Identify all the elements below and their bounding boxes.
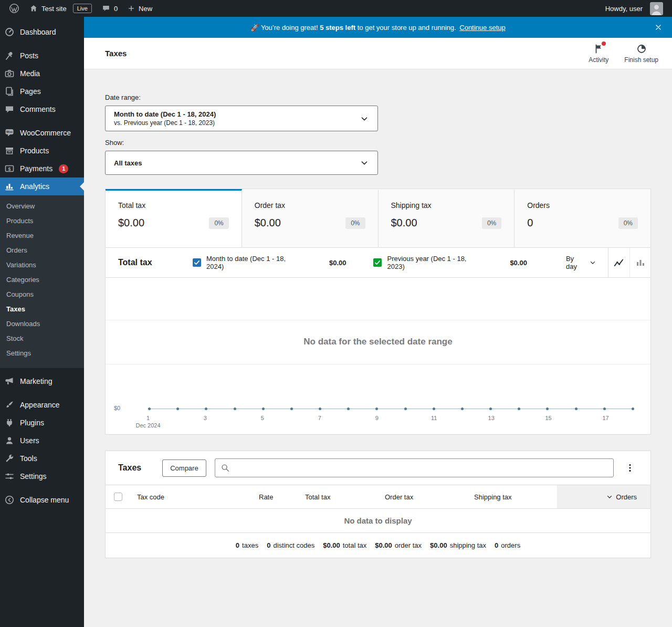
submenu-item-orders[interactable]: Orders [0,243,84,258]
data-point [433,407,435,410]
chart-empty-message: No data for the selected date range [106,337,650,347]
finish-setup-button[interactable]: Finish setup [624,44,658,64]
search-input[interactable] [234,464,608,472]
setup-banner: 🚀 You’re doing great! 5 steps left to ge… [84,17,672,38]
pushpin-icon [4,50,15,61]
card-label: Order tax [255,201,365,210]
submenu-item-overview[interactable]: Overview [0,199,84,214]
summary-card-total-tax[interactable]: Total tax $0.00 0% [106,189,242,247]
sidebar-item-dashboard[interactable]: Dashboard [0,23,84,41]
sidebar-item-label: Appearance [20,400,60,410]
setup-banner-text: 🚀 You’re doing great! 5 steps left to ge… [250,24,505,32]
submenu-item-revenue[interactable]: Revenue [0,228,84,243]
submenu-item-categories[interactable]: Categories [0,273,84,287]
column-header-rate[interactable]: Rate [253,485,299,508]
x-tick: 13 [488,414,495,422]
continue-setup-link[interactable]: Continue setup [459,24,505,32]
new-label: New [139,5,152,13]
date-range-select[interactable]: Month to date (Dec 1 - 18, 2024) vs. Pre… [105,106,378,131]
sidebar-item-posts[interactable]: Posts [0,47,84,65]
sidebar-item-collapse-menu[interactable]: Collapse menu [0,491,84,509]
chart-header: Total tax Month to date (Dec 1 - 18, 202… [106,248,650,278]
wordpress-logo-menu[interactable] [4,0,24,17]
sidebar-item-marketing[interactable]: Marketing [0,372,84,390]
select-all-checkbox[interactable] [106,485,131,508]
legend-value: $0.00 [510,259,527,267]
progress-clock-icon [636,44,647,54]
card-value: $0.00 [118,217,144,229]
x-tick: 17 [602,414,608,422]
gridline [106,364,650,364]
legend-value: $0.00 [329,259,346,267]
legend-item-previous-period[interactable]: Previous year (Dec 1 - 18, 2023) $0.00 [373,255,527,270]
howdy-menu[interactable]: Howdy, user [601,0,668,17]
sidebar-item-label: Marketing [20,376,52,386]
column-header-order-tax[interactable]: Order tax [379,485,468,508]
sidebar-item-analytics[interactable]: Analytics [0,177,84,195]
date-range-compare: vs. Previous year (Dec 1 - 18, 2023) [114,119,360,127]
interval-select[interactable]: By day [554,248,608,277]
plus-icon [127,4,135,13]
sidebar-item-products[interactable]: Products [0,142,84,160]
bar-chart-toggle[interactable] [629,248,650,277]
summary-card-orders[interactable]: Orders 0 0% [514,189,650,247]
sidebar-item-plugins[interactable]: Plugins [0,414,84,432]
sidebar-item-pages[interactable]: Pages [0,82,84,100]
sidebar-item-label: Tools [20,453,37,464]
show-select[interactable]: All taxes [105,151,378,175]
sidebar-item-settings[interactable]: Settings [0,467,84,485]
legend-label: Month to date (Dec 1 - 18, 2024) [206,255,300,270]
checkbox-checked-icon [193,258,201,267]
new-menu[interactable]: New [122,0,157,17]
column-header-tax-code[interactable]: Tax code [131,485,253,508]
card-delta-badge: 0% [209,217,228,229]
column-header-shipping-tax[interactable]: Shipping tax [468,485,557,508]
submenu-item-products[interactable]: Products [0,214,84,228]
x-tick: 9 [375,414,379,422]
compare-button[interactable]: Compare [162,459,206,477]
submenu-item-downloads[interactable]: Downloads [0,317,84,331]
submenu-item-taxes[interactable]: Taxes [0,302,84,317]
data-point [461,407,464,410]
banner-message-rest: to get your store up and running. [358,24,456,32]
data-point [518,407,520,410]
megaphone-icon [4,376,15,386]
summary-card-order-tax[interactable]: Order tax $0.00 0% [242,189,379,247]
sliders-icon [4,471,15,482]
banner-close-button[interactable] [652,21,665,34]
column-header-total-tax[interactable]: Total tax [299,485,379,508]
sidebar-item-woocommerce[interactable]: Woo WooCommerce [0,124,84,142]
data-point [319,407,321,410]
paintbrush-icon [4,400,15,410]
table-menu-button[interactable] [622,461,638,475]
legend-item-current-period[interactable]: Month to date (Dec 1 - 18, 2024) $0.00 [193,255,346,270]
comments-menu[interactable]: 0 [97,0,122,17]
data-point [632,407,634,410]
banner-message-intro: You’re doing great! [261,24,318,32]
interval-value: By day [566,255,586,270]
sidebar-item-users[interactable]: Users [0,432,84,450]
site-menu[interactable]: Test site Live [24,0,97,17]
sidebar-item-appearance[interactable]: Appearance [0,396,84,414]
summary-card-shipping-tax[interactable]: Shipping tax $0.00 0% [379,189,515,247]
column-header-orders[interactable]: Orders [557,485,650,508]
submenu-item-stock[interactable]: Stock [0,331,84,346]
sidebar-item-label: Comments [20,104,56,114]
svg-text:$: $ [8,166,10,172]
sidebar-item-media[interactable]: Media [0,65,84,82]
line-chart-toggle[interactable] [608,248,629,277]
submenu-item-settings[interactable]: Settings [0,346,84,361]
sidebar-item-payments[interactable]: $ Payments 1 [0,160,84,177]
submenu-item-coupons[interactable]: Coupons [0,287,84,302]
zero-value-series-line [148,407,634,411]
person-icon [4,435,15,446]
sidebar-item-tools[interactable]: Tools [0,450,84,467]
data-point [205,407,207,410]
activity-button[interactable]: Activity [589,44,608,64]
sidebar-item-comments[interactable]: Comments [0,100,84,118]
data-point [148,407,151,410]
sidebar-item-label: Media [20,68,40,79]
submenu-item-variations[interactable]: Variations [0,258,84,273]
x-tick: 1 Dec 2024 [135,414,160,429]
dashboard-icon [4,27,15,37]
